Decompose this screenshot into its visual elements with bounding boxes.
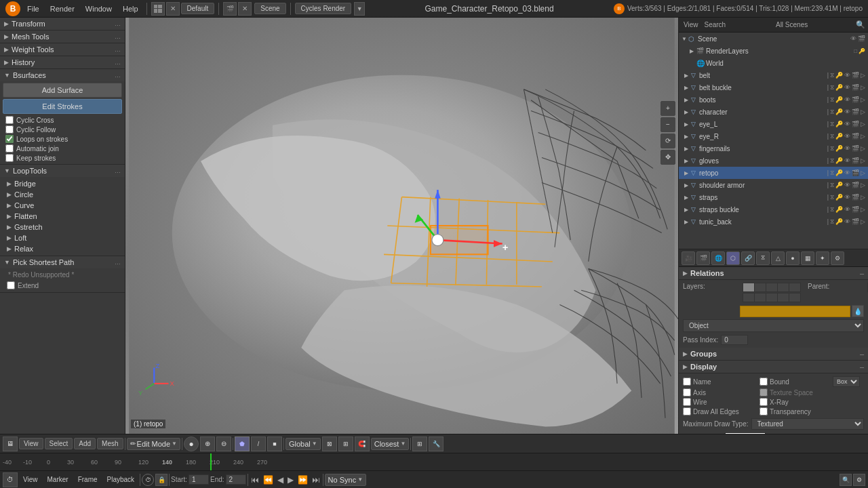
overlay-btn2[interactable]: 🔧 (429, 436, 443, 451)
viewport-3d[interactable]: User Persp (125, 18, 678, 434)
tl-marker-btn[interactable]: Marker (43, 474, 73, 485)
weight-tools-header[interactable]: ▶ Weight Tools … (0, 43, 125, 56)
tb-eye[interactable]: 👁 (844, 218, 850, 225)
xray-checkbox[interactable] (760, 398, 768, 406)
gl-eye[interactable]: 👁 (844, 157, 850, 164)
char-render[interactable]: 🎬 (852, 108, 859, 115)
looptool-bridge[interactable]: ▶ Bridge (3, 178, 122, 189)
eyermod[interactable]: ⧖ (830, 133, 834, 140)
outliner-character[interactable]: ▶ ▽ character | ⧖ 🔑 👁 🎬 ▷ (679, 106, 868, 118)
belt-render[interactable]: 🎬 (852, 72, 859, 79)
eyelsel[interactable]: ▷ (861, 121, 865, 127)
looptool-curve[interactable]: ▶ Curve (3, 200, 122, 211)
help-menu[interactable]: Help (119, 3, 142, 14)
add-button[interactable]: Add (74, 438, 96, 449)
char-key[interactable]: 🔑 (835, 108, 843, 115)
object-color-swatch[interactable] (725, 432, 766, 434)
tl-play[interactable]: ▶ (286, 475, 295, 485)
lock-icon[interactable]: 🔒 (155, 474, 167, 486)
view-btn[interactable]: View (682, 21, 701, 28)
outliner-boots[interactable]: ▶ ▽ boots | ⧖ 🔑 👁 🎬 ▷ (679, 94, 868, 106)
clock-icon[interactable]: ⏱ (142, 474, 154, 486)
snap-icon1[interactable]: ⊠ (322, 436, 337, 451)
belt-eye[interactable]: 👁 (844, 72, 850, 79)
outliner-scene[interactable]: ▼ ⬡ Scene 👁 🎬 (679, 33, 868, 45)
eyelmod[interactable]: ⧖ (830, 121, 834, 128)
str-eye[interactable]: 👁 (844, 194, 850, 201)
prop-physics-icon[interactable]: ⚙ (831, 251, 844, 265)
fn-render[interactable]: 🎬 (852, 145, 859, 152)
eyerkey[interactable]: 🔑 (835, 133, 843, 140)
loops-on-strokes-checkbox[interactable] (5, 135, 14, 143)
gl-key[interactable]: 🔑 (835, 157, 843, 164)
vertex-circle-btn[interactable]: ● (184, 436, 199, 451)
rt-arrow[interactable]: ▶ (684, 170, 691, 176)
outliner-world[interactable]: 🌐 World (679, 57, 868, 69)
snap-icon2[interactable]: ⊞ (338, 436, 353, 451)
belt-arrow[interactable]: ▶ (684, 73, 691, 79)
layer-9[interactable] (777, 293, 789, 302)
window-menu[interactable]: Window (81, 3, 116, 14)
stb-vis[interactable]: | (827, 206, 829, 213)
tb-sel[interactable]: ▷ (861, 218, 865, 225)
search-btn[interactable]: Search (703, 21, 728, 28)
eyelkey[interactable]: 🔑 (835, 121, 843, 127)
mode-select[interactable]: ✏ Edit Mode ▼ (127, 438, 180, 450)
edit-strokes-btn[interactable]: Edit Strokes (3, 99, 122, 114)
mesh-tools-header[interactable]: ▶ Mesh Tools … (0, 30, 125, 43)
tb-mod[interactable]: ⧖ (830, 218, 834, 226)
bb-render[interactable]: 🎬 (852, 84, 859, 91)
sa-mod[interactable]: ⧖ (830, 182, 834, 189)
outliner-renderlayers[interactable]: ▶ 🎬 RenderLayers □ 🔑 (679, 45, 868, 57)
eyerArrow[interactable]: ▶ (684, 134, 691, 140)
prop-material-icon[interactable]: ● (786, 251, 800, 265)
keep-strokes-checkbox[interactable] (5, 154, 14, 162)
timeline-mode-icon[interactable]: ⏱ (3, 472, 18, 487)
boots-mod[interactable]: ⧖ (830, 96, 834, 104)
looptool-loft[interactable]: ▶ Loft (3, 232, 122, 243)
outliner-eye-l[interactable]: ▶ ▽ eye_L | ⧖ 🔑 👁 🎬 ▷ (679, 118, 868, 130)
tb-key[interactable]: 🔑 (835, 218, 843, 225)
tl-step-back[interactable]: ⏪ (262, 475, 275, 485)
sa-key[interactable]: 🔑 (835, 182, 843, 188)
char-mod[interactable]: ⧖ (830, 108, 834, 116)
blender-icon[interactable]: B (5, 1, 20, 16)
gl-sel[interactable]: ▷ (861, 157, 865, 164)
looptools-header[interactable]: ▼ LoopTools … (0, 165, 125, 177)
eyerrender[interactable]: 🎬 (852, 133, 859, 140)
outliner-straps[interactable]: ▶ ▽ straps | ⧖ 🔑 👁 🎬 ▷ (679, 191, 868, 203)
prop-world-icon[interactable]: 🌐 (711, 251, 725, 265)
outliner-beltbuckle[interactable]: ▶ ▽ belt buckle | ⧖ 🔑 👁 🎬 ▷ (679, 81, 868, 94)
fn-arrow[interactable]: ▶ (684, 146, 691, 152)
sa-vis[interactable]: | (827, 182, 829, 188)
layout-icon-grid[interactable] (151, 2, 165, 16)
overlay-btn1[interactable]: ⊞ (412, 436, 427, 451)
fn-eye[interactable]: 👁 (844, 145, 850, 152)
bb-vis[interactable]: | (827, 84, 829, 91)
layout-icon-x[interactable]: ✕ (166, 2, 180, 16)
boots-vis[interactable]: | (827, 96, 829, 103)
vp-pan[interactable]: ✥ (660, 150, 675, 165)
bb-sel[interactable]: ▷ (861, 84, 865, 91)
rt-mod[interactable]: ⧖ (830, 169, 834, 177)
char-sel[interactable]: ▷ (861, 108, 865, 115)
outliner-fingernails[interactable]: ▶ ▽ fingernails | ⧖ 🔑 👁 🎬 ▷ (679, 142, 868, 155)
belt-sel[interactable]: ▷ (861, 72, 865, 79)
view-button[interactable]: View (19, 438, 43, 449)
sync-select[interactable]: No Sync ▼ (325, 474, 367, 486)
outliner-belt[interactable]: ▶ ▽ belt | ⧖ 🔑 👁 🎬 ▷ (679, 69, 868, 81)
gl-render[interactable]: 🎬 (852, 157, 859, 164)
belt-vis[interactable]: | (827, 72, 829, 79)
outliner-retopo[interactable]: ▶ ▽ retopo | ⧖ 🔑 👁 🎬 ▷ (679, 167, 868, 179)
vp-zoom-out[interactable]: − (660, 117, 675, 132)
tl-mode-icon[interactable]: ⚙ (853, 474, 865, 486)
eyelvis[interactable]: | (827, 121, 829, 127)
outliner-straps-buckle[interactable]: ▶ ▽ straps buckle | ⧖ 🔑 👁 🎬 ▷ (679, 203, 868, 216)
snap-magnet-btn[interactable]: ⊕ (200, 436, 215, 451)
bb-arrow[interactable]: ▶ (684, 85, 691, 91)
char-vis[interactable]: | (827, 108, 829, 115)
groups-section-header[interactable]: ▶ Groups – (679, 348, 868, 361)
boots-key[interactable]: 🔑 (835, 96, 843, 103)
relations-section-header[interactable]: ▶ Relations – (679, 267, 868, 280)
belt-key[interactable]: 🔑 (835, 72, 843, 79)
